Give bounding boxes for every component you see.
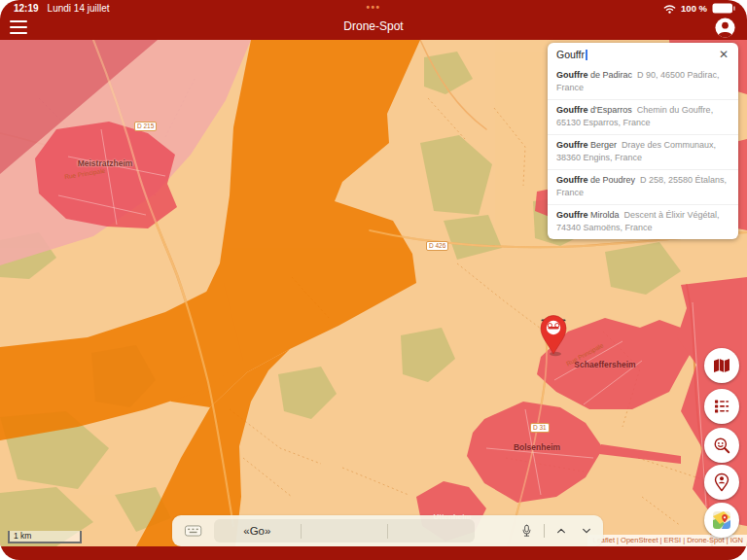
legend-list-button[interactable] bbox=[704, 389, 739, 424]
battery-icon bbox=[712, 3, 735, 14]
divider bbox=[544, 524, 545, 538]
page-title: Drone-Spot bbox=[0, 19, 747, 33]
status-bar: 12:19 Lundi 14 juillet ••• 100 % bbox=[0, 0, 747, 17]
search-input[interactable]: Gouffr ✕ bbox=[548, 43, 738, 65]
suggestion-item[interactable]: Gouffre BergerDraye des Communaux, 38360… bbox=[548, 134, 738, 169]
close-icon[interactable]: ✕ bbox=[717, 48, 730, 61]
battery-percent: 100 % bbox=[681, 3, 707, 14]
drone-spot-app: Meistratzheim Rue Principale Schaeffersh… bbox=[0, 0, 747, 560]
dictation-mic-icon[interactable] bbox=[519, 521, 534, 541]
app-header: Drone-Spot bbox=[0, 17, 747, 40]
open-google-maps-button[interactable] bbox=[704, 503, 739, 538]
divider bbox=[387, 524, 388, 539]
chevron-up-icon[interactable] bbox=[554, 526, 568, 536]
text-caret bbox=[586, 50, 587, 60]
google-maps-icon bbox=[711, 509, 732, 531]
map-layers-button[interactable] bbox=[704, 348, 739, 383]
predictive-text-bar: «Go» bbox=[214, 519, 475, 542]
locate-user-button[interactable] bbox=[704, 465, 739, 500]
spot-search-button[interactable] bbox=[704, 428, 739, 463]
search-panel: Gouffr ✕ Gouffre de PadiracD 90, 46500 P… bbox=[548, 43, 738, 239]
search-query-text: Gouffr bbox=[556, 49, 585, 60]
status-indicator-dots: ••• bbox=[0, 2, 747, 13]
list-icon bbox=[712, 397, 731, 416]
suggestion-item[interactable]: Gouffre d'EsparrosChemin du Gouffre, 651… bbox=[548, 99, 738, 134]
keyboard-accessory-bar: «Go» bbox=[172, 515, 603, 546]
chevron-down-icon[interactable] bbox=[580, 526, 593, 536]
divider bbox=[301, 524, 302, 539]
keyboard-switch-icon[interactable] bbox=[182, 522, 205, 540]
profile-icon[interactable] bbox=[714, 17, 736, 39]
person-pin-icon bbox=[712, 472, 731, 492]
suggestion-item[interactable]: Gouffre de PadiracD 90, 46500 Padirac, F… bbox=[548, 65, 738, 99]
suggestion-go-button[interactable]: «Go» bbox=[214, 525, 301, 537]
wifi-icon bbox=[663, 4, 676, 14]
suggestion-item[interactable]: Gouffre de PoudreyD 258, 25580 Étalans, … bbox=[548, 169, 738, 204]
map-scale: 1 km bbox=[8, 531, 82, 543]
map-icon bbox=[712, 356, 731, 375]
search-magnifier-icon bbox=[712, 436, 731, 455]
suggestion-item[interactable]: Gouffre MiroldaDescent à Élixir Végétal,… bbox=[548, 204, 738, 239]
